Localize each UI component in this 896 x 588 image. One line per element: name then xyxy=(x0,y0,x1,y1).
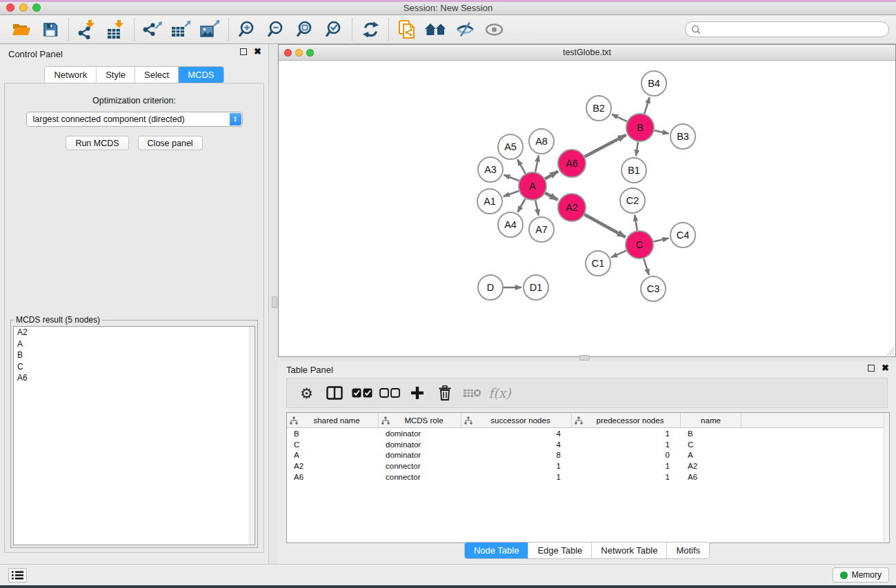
graph-edge-A-A8[interactable] xyxy=(535,156,539,172)
table-row-C[interactable]: Cdominator41C xyxy=(287,439,889,450)
network-canvas-area[interactable]: B4B2BB3A5A8A6B1A3AA1C2A2A4A7CC4C1C3DD1 xyxy=(279,61,895,356)
mcds-result-item[interactable]: A2 xyxy=(14,327,255,338)
export-table-button[interactable] xyxy=(167,17,196,42)
table-cell[interactable]: A6 xyxy=(287,473,379,481)
resize-grip-icon[interactable] xyxy=(884,345,894,355)
show-hidden-button[interactable] xyxy=(479,17,508,42)
graph-node-B2[interactable]: B2 xyxy=(586,96,611,121)
graph-node-A2[interactable]: A2 xyxy=(558,194,586,221)
float-panel-icon[interactable] xyxy=(240,48,247,55)
table-cell[interactable]: 1 xyxy=(461,462,572,470)
graph-node-C[interactable]: C xyxy=(626,231,653,258)
table-cell[interactable]: dominator xyxy=(379,429,461,438)
graph-node-A1[interactable]: A1 xyxy=(477,189,502,214)
zoom-fit-button[interactable] xyxy=(290,17,319,42)
delete-columns-button[interactable] xyxy=(432,379,457,407)
tab-select[interactable]: Select xyxy=(135,67,179,83)
column-header-name[interactable]: name xyxy=(681,413,741,427)
function-builder-button[interactable]: f(x) xyxy=(487,379,512,407)
graph-node-D[interactable]: D xyxy=(478,275,503,300)
tab-network[interactable]: Network xyxy=(45,67,97,83)
vertical-splitter-handle[interactable] xyxy=(272,296,277,308)
graph-node-A[interactable]: A xyxy=(519,172,546,200)
close-panel-icon[interactable]: ✖ xyxy=(254,48,261,55)
mcds-result-item[interactable]: A6 xyxy=(14,372,255,384)
open-session-button[interactable] xyxy=(7,17,36,42)
table-cell[interactable]: A6 xyxy=(681,473,741,481)
search-input[interactable] xyxy=(704,25,883,34)
graph-node-B[interactable]: B xyxy=(626,114,654,141)
table-cell[interactable]: connector xyxy=(379,462,461,470)
graph-node-A4[interactable]: A4 xyxy=(498,212,523,237)
split-panel-button[interactable] xyxy=(321,379,347,407)
table-cell[interactable]: A xyxy=(681,451,741,459)
table-cell[interactable]: dominator xyxy=(379,451,461,459)
table-cell[interactable]: 1 xyxy=(572,473,681,481)
create-network-from-selection-button[interactable] xyxy=(392,17,421,42)
graph-edge-C-C2[interactable] xyxy=(635,215,637,231)
graph-node-B3[interactable]: B3 xyxy=(670,124,695,149)
table-settings-button[interactable]: ⚙ xyxy=(294,379,319,407)
task-history-button[interactable] xyxy=(8,568,27,582)
graph-edge-C-C1[interactable] xyxy=(611,251,626,258)
import-table-button[interactable] xyxy=(101,17,130,42)
graph-edge-A6-B[interactable] xyxy=(585,135,626,157)
tab-motifs[interactable]: Motifs xyxy=(667,543,709,558)
table-row-A[interactable]: Adominator80A xyxy=(287,450,889,461)
graph-edge-A-A1[interactable] xyxy=(504,191,519,196)
search-field[interactable] xyxy=(685,21,889,37)
close-panel-button[interactable]: Close panel xyxy=(138,136,203,150)
graph-node-B4[interactable]: B4 xyxy=(641,71,666,96)
graph-edge-C-C3[interactable] xyxy=(644,258,648,275)
tab-network-table[interactable]: Network Table xyxy=(592,543,667,558)
table-cell[interactable]: dominator xyxy=(379,440,461,449)
graph-edge-A-A7[interactable] xyxy=(535,201,539,216)
table-cell[interactable]: C xyxy=(287,440,379,449)
export-image-button[interactable] xyxy=(196,17,225,42)
zoom-in-button[interactable] xyxy=(232,17,261,42)
import-network-button[interactable] xyxy=(72,17,101,42)
graph-edge-A-A5[interactable] xyxy=(517,159,525,173)
criterion-dropdown[interactable]: largest connected component (directed) ▲… xyxy=(26,112,243,127)
save-session-button[interactable] xyxy=(36,17,65,42)
table-cell[interactable]: 4 xyxy=(461,440,572,449)
table-cell[interactable]: 1 xyxy=(572,440,681,449)
close-table-panel-icon[interactable]: ✖ xyxy=(882,365,889,372)
mcds-result-item[interactable]: B xyxy=(14,349,255,361)
select-all-button[interactable] xyxy=(349,379,375,407)
table-cell[interactable]: A2 xyxy=(681,462,741,470)
graph-edge-A-A6[interactable] xyxy=(545,172,558,179)
graph-edge-B-B4[interactable] xyxy=(644,97,649,114)
mcds-result-item[interactable]: C xyxy=(14,361,255,373)
zoom-out-button[interactable] xyxy=(261,17,290,42)
graph-node-A5[interactable]: A5 xyxy=(498,134,523,159)
show-all-button[interactable] xyxy=(421,17,450,42)
add-column-button[interactable] xyxy=(404,379,430,407)
refresh-view-button[interactable] xyxy=(356,17,385,42)
column-header-MCDS-role[interactable]: MCDS role xyxy=(379,413,461,427)
network-window-titlebar[interactable]: testGlobe.txt xyxy=(279,45,895,61)
table-cell[interactable]: A xyxy=(287,451,379,459)
table-cell[interactable]: 4 xyxy=(461,429,572,438)
tab-style[interactable]: Style xyxy=(97,67,135,83)
table-cell[interactable]: 1 xyxy=(572,429,681,438)
table-cell[interactable]: A2 xyxy=(287,462,379,470)
table-cell[interactable]: 1 xyxy=(572,462,681,470)
table-row-A2[interactable]: A2connector11A2 xyxy=(287,460,889,472)
graph-node-C4[interactable]: C4 xyxy=(670,223,695,247)
graph-edge-A2-C[interactable] xyxy=(584,214,625,237)
table-cell[interactable]: connector xyxy=(379,473,461,481)
column-header-shared-name[interactable]: shared name xyxy=(287,413,379,427)
export-network-button[interactable] xyxy=(138,17,167,42)
delete-table-button[interactable] xyxy=(459,379,485,407)
table-cell[interactable]: B xyxy=(287,429,379,438)
mcds-result-item[interactable]: A xyxy=(14,338,255,350)
table-cell[interactable]: 0 xyxy=(572,451,681,459)
graph-edge-B-B1[interactable] xyxy=(636,142,638,156)
graph-edge-A-A4[interactable] xyxy=(517,199,525,212)
zoom-selected-button[interactable] xyxy=(319,17,348,42)
table-scrollbar[interactable] xyxy=(884,413,889,543)
table-cell[interactable]: B xyxy=(681,429,741,438)
graph-node-C3[interactable]: C3 xyxy=(641,276,666,301)
graph-edge-A-A3[interactable] xyxy=(504,175,519,181)
